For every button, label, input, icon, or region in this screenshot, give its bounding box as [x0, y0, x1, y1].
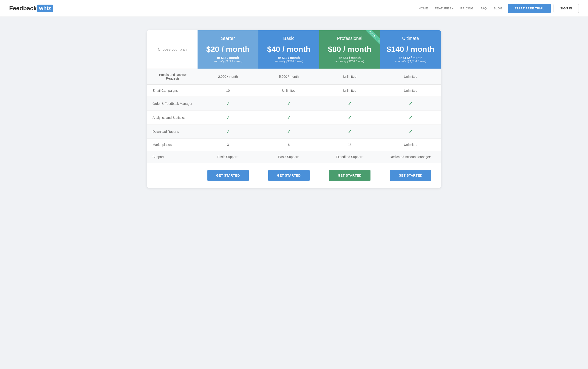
feature-label-5: Marketplaces	[147, 139, 198, 151]
checkmark-icon: ✓	[348, 129, 352, 134]
feature-value-2-1: ✓	[258, 97, 319, 110]
feature-rows: Emails and Review Requests2,000 / month5…	[147, 69, 441, 163]
plan-annual-basic: or $32 / month annually ($384 / year)	[263, 56, 315, 63]
plan-card-ultimate: Ultimate $140 / month or $112 / month an…	[380, 30, 441, 69]
cta-empty	[147, 168, 198, 183]
cta-ultimate: GET STARTED	[380, 168, 441, 183]
feature-label-4: Download Reports	[147, 125, 198, 139]
pricing-header: Choose your plan Starter $20 / month or …	[147, 30, 441, 69]
feature-value-0-1: 5,000 / month	[258, 69, 319, 84]
feature-value-2-2: ✓	[319, 97, 380, 110]
sign-in-button[interactable]: SIGN IN	[554, 4, 579, 13]
feature-value-4-2: ✓	[319, 125, 380, 139]
feature-value-5-3: Unlimited	[380, 139, 441, 151]
nav-links: HOME FEATURES PRICING FAQ BLOG	[419, 6, 502, 10]
checkmark-icon: ✓	[226, 101, 230, 106]
feature-label-6: Support	[147, 151, 198, 163]
plan-label: Choose your plan	[147, 30, 198, 69]
plan-price-basic: $40 / month	[263, 45, 315, 54]
feature-value-6-1: Basic Support*	[258, 151, 319, 163]
plan-card-professional: Most Popular Professional $80 / month or…	[319, 30, 380, 69]
logo-whiz-text: whiz	[37, 5, 53, 12]
checkmark-icon: ✓	[287, 101, 291, 106]
feature-value-6-0: Basic Support*	[198, 151, 258, 163]
logo[interactable]: Feedback whiz	[9, 5, 53, 12]
get-started-professional[interactable]: GET STARTED	[329, 170, 370, 181]
cta-starter: GET STARTED	[198, 168, 258, 183]
feature-value-4-1: ✓	[258, 125, 319, 139]
checkmark-icon: ✓	[226, 129, 230, 134]
feature-value-5-2: 15	[319, 139, 380, 151]
feature-value-6-3: Dedicated Account Manager*	[380, 151, 441, 163]
feature-value-2-0: ✓	[198, 97, 258, 110]
feature-value-3-1: ✓	[258, 110, 319, 125]
feature-value-2-3: ✓	[380, 97, 441, 110]
nav-blog[interactable]: BLOG	[494, 7, 502, 10]
feature-value-4-3: ✓	[380, 125, 441, 139]
plan-annual-professional: or $64 / month annually ($768 / year)	[324, 56, 376, 63]
nav-features[interactable]: FEATURES	[435, 7, 453, 10]
checkmark-icon: ✓	[348, 101, 352, 106]
checkmark-icon: ✓	[348, 115, 352, 120]
feature-value-0-2: Unlimited	[319, 69, 380, 84]
feature-value-1-2: Unlimited	[319, 84, 380, 97]
feature-value-1-0: 10	[198, 84, 258, 97]
logo-feedback-text: Feedback	[9, 5, 37, 12]
feature-value-1-3: Unlimited	[380, 84, 441, 97]
plan-card-basic: Basic $40 / month or $32 / month annuall…	[258, 30, 319, 69]
feature-value-1-1: Unlimited	[258, 84, 319, 97]
feature-value-0-0: 2,000 / month	[198, 69, 258, 84]
cta-professional: GET STARTED	[319, 168, 380, 183]
plan-price-starter: $20 / month	[202, 45, 254, 54]
feature-value-6-2: Expedited Support*	[319, 151, 380, 163]
cta-row: GET STARTED GET STARTED GET STARTED GET …	[147, 163, 441, 188]
checkmark-icon: ✓	[409, 115, 412, 120]
navbar: Feedback whiz HOME FEATURES PRICING FAQ …	[0, 0, 588, 17]
plan-card-starter: Starter $20 / month or $16 / month annua…	[198, 30, 258, 69]
feature-label-2: Order & Feedback Manager	[147, 97, 198, 110]
plan-annual-ultimate: or $112 / month annually ($1,344 / year)	[385, 56, 436, 63]
nav-home[interactable]: HOME	[419, 7, 428, 10]
cta-basic: GET STARTED	[258, 168, 319, 183]
nav-pricing[interactable]: PRICING	[460, 7, 474, 10]
page-content: Choose your plan Starter $20 / month or …	[133, 17, 455, 206]
checkmark-icon: ✓	[409, 101, 412, 106]
pricing-table: Choose your plan Starter $20 / month or …	[147, 30, 441, 188]
plan-name-ultimate: Ultimate	[385, 36, 436, 41]
get-started-ultimate[interactable]: GET STARTED	[390, 170, 431, 181]
most-popular-text: Most Popular	[366, 30, 380, 45]
plan-name-starter: Starter	[202, 36, 254, 41]
feature-label-1: Email Campaigns	[147, 84, 198, 97]
checkmark-icon: ✓	[287, 115, 291, 120]
most-popular-badge: Most Popular	[359, 30, 380, 51]
feature-label-0: Emails and Review Requests	[147, 69, 198, 84]
get-started-starter[interactable]: GET STARTED	[207, 170, 249, 181]
nav-faq[interactable]: FAQ	[481, 7, 487, 10]
checkmark-icon: ✓	[409, 129, 412, 134]
plan-annual-starter: or $16 / month annually ($192 / year)	[202, 56, 254, 63]
feature-value-3-3: ✓	[380, 110, 441, 125]
start-free-trial-button[interactable]: START FREE TRIAL	[508, 4, 551, 13]
feature-value-5-0: 3	[198, 139, 258, 151]
feature-value-0-3: Unlimited	[380, 69, 441, 84]
checkmark-icon: ✓	[226, 115, 230, 120]
plan-price-ultimate: $140 / month	[385, 45, 436, 54]
get-started-basic[interactable]: GET STARTED	[268, 170, 310, 181]
feature-label-3: Analytics and Statistics	[147, 110, 198, 125]
feature-value-3-0: ✓	[198, 110, 258, 125]
feature-value-4-0: ✓	[198, 125, 258, 139]
checkmark-icon: ✓	[287, 129, 291, 134]
plan-name-basic: Basic	[263, 36, 315, 41]
feature-value-3-2: ✓	[319, 110, 380, 125]
feature-value-5-1: 8	[258, 139, 319, 151]
